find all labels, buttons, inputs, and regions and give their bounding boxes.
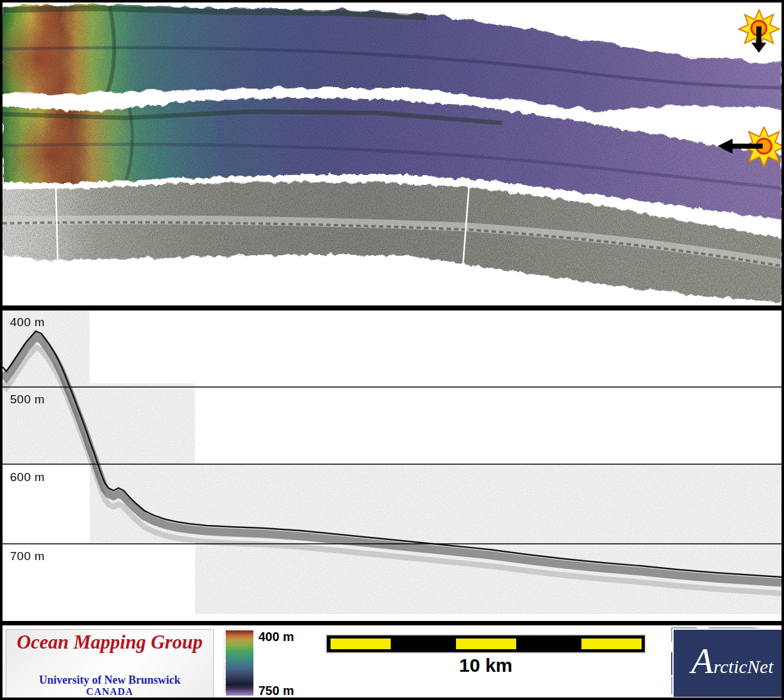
arcticnet-wordmark: ArcticNet (691, 649, 784, 677)
arcticnet-initial: A (691, 640, 713, 681)
subbottom-profile (3, 310, 781, 614)
scale-bar-segment (331, 639, 391, 649)
omg-title: Ocean Mapping Group (6, 631, 213, 654)
colorbar-top-label: 400 m (258, 630, 294, 644)
scale-bar-segment (581, 639, 642, 649)
section-divider-bottom (3, 621, 781, 625)
sun-with-down-arrow-icon (738, 8, 780, 56)
colorbar-bottom-label: 750 m (258, 684, 294, 698)
depth-label-700m: 700 m (10, 549, 45, 563)
depth-label-500m: 500 m (10, 393, 45, 406)
ocean-mapping-group-logo: Ocean Mapping Group University of New Br… (6, 629, 214, 699)
depth-label-600m: 600 m (10, 470, 45, 484)
depth-label-400m: 400 m (10, 316, 45, 329)
sun-with-left-arrow-icon (716, 127, 784, 171)
omg-country: CANADA (6, 686, 213, 697)
arcticnet-rest: rcticNet (713, 656, 773, 677)
section-divider-top (3, 305, 781, 310)
seafloor-mapping-figure: 400 m 500 m 600 m 700 m Ocean Mapping Gr… (0, 0, 784, 700)
arcticnet-logo: ArcticNet (672, 628, 784, 698)
omg-university: University of New Brunswick (6, 674, 213, 687)
figure-artwork (3, 3, 781, 697)
scale-bar-label: 10 km (327, 655, 645, 676)
depth-colorbar (226, 630, 253, 696)
scale-bar-segment (456, 639, 516, 649)
scale-bar (327, 635, 645, 652)
